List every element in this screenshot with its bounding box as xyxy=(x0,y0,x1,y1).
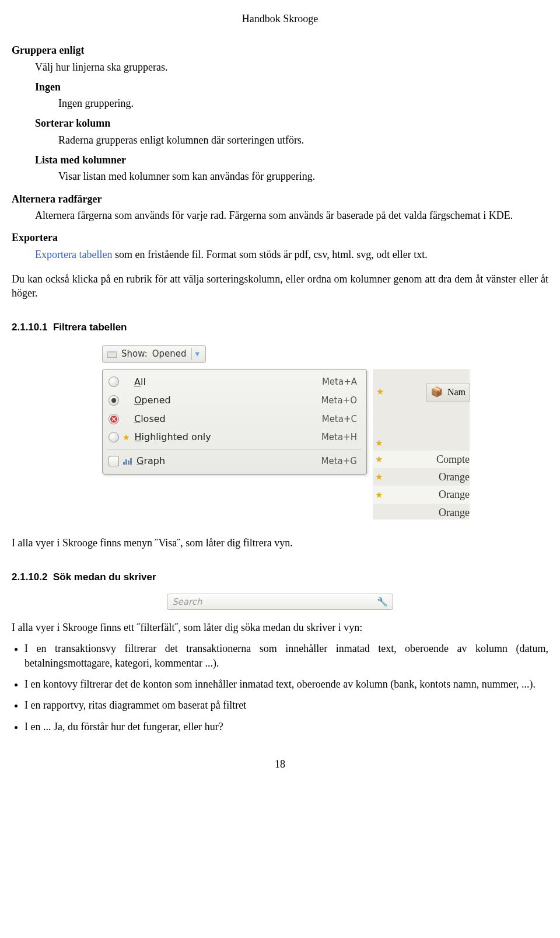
desc-gruppera: Välj hur linjerna ska grupperas. xyxy=(35,60,548,74)
menu-label-closed: Closed xyxy=(134,413,322,426)
wrench-icon[interactable]: 🔧 xyxy=(377,596,388,608)
star-icon: ★ xyxy=(375,471,383,483)
menu-label-graph: Graph xyxy=(136,455,321,468)
desc-exportera: Exportera tabellen som en fristående fil… xyxy=(35,247,548,261)
svg-rect-4 xyxy=(128,461,130,465)
checkbox-icon xyxy=(108,456,119,466)
search-placeholder: Search xyxy=(172,596,377,608)
term-exportera: Exportera xyxy=(12,231,548,245)
section-search-num: 2.1.10.2 xyxy=(12,571,47,583)
bullet-item: I en ... Ja, du förstår hur det fungerar… xyxy=(24,720,548,734)
svg-rect-5 xyxy=(130,458,132,465)
show-dropdown-button[interactable]: Show: Opened ▾ xyxy=(102,345,206,362)
menu-label-opened: Opened xyxy=(134,394,321,407)
desc-ingen: Ingen gruppering. xyxy=(58,96,548,110)
menu-item-all[interactable]: All Meta+A xyxy=(103,373,366,392)
row-label: Compte xyxy=(436,452,470,466)
table-row[interactable]: ★Compte xyxy=(373,451,470,468)
svg-rect-2 xyxy=(123,462,125,465)
link-exportera-tabellen[interactable]: Exportera tabellen xyxy=(35,249,112,260)
star-icon: ★ xyxy=(375,437,383,449)
menu-shortcut-all: Meta+A xyxy=(322,376,357,388)
bullet-list: I en transaktionsvy filtrerar det transa… xyxy=(12,641,548,733)
table-row[interactable]: Orange xyxy=(373,504,470,521)
table-row[interactable]: ★Orange xyxy=(373,468,470,486)
menu-label-highlighted: Highlighted only xyxy=(135,431,321,444)
paragraph-rubrik: Du kan också klicka på en rubrik för att… xyxy=(12,272,548,301)
show-label-prefix: Show: xyxy=(121,348,148,360)
svg-rect-3 xyxy=(125,459,127,465)
column-header-label: Nam xyxy=(447,386,466,399)
box-icon: 📦 xyxy=(430,386,443,399)
paragraph-filter-vyn: I alla vyer i Skrooge finns menyn ˝Visa˝… xyxy=(12,536,548,550)
bullet-item: I en transaktionsvy filtrerar det transa… xyxy=(24,641,548,670)
table-row[interactable]: ★Orange xyxy=(373,486,470,503)
search-input[interactable]: Search 🔧 xyxy=(167,594,393,610)
star-icon: ★ xyxy=(375,454,383,465)
term-alternera: Alternera radfärger xyxy=(12,192,548,206)
page-number: 18 xyxy=(12,757,548,771)
menu-separator xyxy=(107,449,362,449)
term-ingen: Ingen xyxy=(35,80,548,94)
star-icon: ★ xyxy=(376,387,384,396)
section-filter-heading: 2.1.10.1 Filtrera tabellen xyxy=(12,321,548,334)
row-label: Orange xyxy=(439,505,470,519)
star-icon: ★ xyxy=(123,432,130,443)
show-label-value: Opened xyxy=(152,348,187,360)
radio-icon: × xyxy=(108,414,119,424)
section-search-heading: 2.1.10.2 Sök medan du skriver xyxy=(12,571,548,584)
radio-icon xyxy=(108,376,119,387)
menu-item-closed[interactable]: × Closed Meta+C xyxy=(103,410,366,428)
desc-exportera-text: som en fristående fil. Format som stöds … xyxy=(112,249,427,260)
screenshot-filter-menu: Show: Opened ▾ All Meta+A Opened Meta+O … xyxy=(102,345,470,519)
menu-item-graph[interactable]: Graph Meta+G xyxy=(103,452,366,470)
column-header-name[interactable]: 📦 Nam xyxy=(426,383,470,402)
chevron-down-icon: ▾ xyxy=(191,348,200,360)
bullet-item: I en rapportvy, ritas diagrammet om base… xyxy=(24,698,548,712)
term-lista: Lista med kolumner xyxy=(35,153,548,167)
desc-lista: Visar listan med kolumner som kan använd… xyxy=(58,169,548,183)
show-popup-menu: All Meta+A Opened Meta+O × Closed Meta+C… xyxy=(102,369,367,475)
close-x-icon: × xyxy=(110,416,117,423)
menu-label-all: All xyxy=(134,376,322,389)
desc-sorterar: Raderna grupperas enligt kolumnen där so… xyxy=(58,133,548,147)
row-label: Orange xyxy=(439,487,470,501)
term-gruppera: Gruppera enligt xyxy=(12,43,548,57)
menu-item-highlighted[interactable]: ★ Highlighted only Meta+H xyxy=(103,428,366,447)
section-filter-num: 2.1.10.1 xyxy=(12,322,47,333)
desc-alternera: Alternera färgerna som används för varje… xyxy=(35,208,548,222)
menu-shortcut-graph: Meta+G xyxy=(321,455,357,467)
menu-shortcut-closed: Meta+C xyxy=(322,413,357,425)
term-sorterar: Sorterar kolumn xyxy=(35,116,548,130)
menu-shortcut-opened: Meta+O xyxy=(321,395,357,406)
radio-icon xyxy=(108,432,119,442)
table-right-pane: ★ 📦 Nam ★ ★Compte ★Orange ★Orange Orange xyxy=(373,369,470,519)
menu-item-opened[interactable]: Opened Meta+O xyxy=(103,391,366,410)
radio-selected-icon xyxy=(108,395,119,406)
bullet-item: I en kontovy filtrerar det de konton som… xyxy=(24,677,548,691)
star-icon: ★ xyxy=(375,489,383,501)
menu-shortcut-highlighted: Meta+H xyxy=(321,431,357,443)
page-header: Handbok Skrooge xyxy=(12,12,548,26)
window-icon xyxy=(107,351,117,358)
section-search-title: Sök medan du skriver xyxy=(53,571,156,583)
svg-rect-1 xyxy=(107,351,117,353)
graph-icon xyxy=(123,457,132,465)
section-filter-title: Filtrera tabellen xyxy=(53,322,127,333)
table-row[interactable]: ★ xyxy=(373,435,470,451)
paragraph-search-intro: I alla vyer i Skrooge finns ett ˝filterf… xyxy=(12,620,548,634)
row-label: Orange xyxy=(439,470,470,484)
